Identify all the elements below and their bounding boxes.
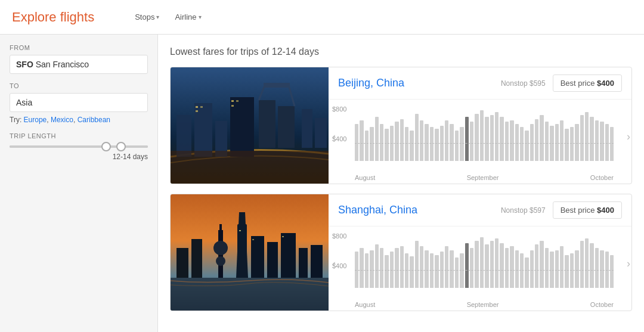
from-input[interactable]: SFO San Francisco bbox=[10, 55, 148, 74]
header-filters: Stops ▾ Airline ▾ bbox=[130, 10, 206, 24]
try-caribbean-link[interactable]: Caribbean bbox=[78, 116, 110, 124]
beijing-next-button[interactable]: › bbox=[627, 130, 630, 142]
bar bbox=[545, 248, 549, 288]
bar bbox=[515, 250, 519, 288]
svg-rect-19 bbox=[191, 239, 202, 278]
bar bbox=[610, 127, 614, 161]
bar bbox=[535, 244, 538, 288]
beijing-info: Beijing, ChinaNonstop $595Best price $40… bbox=[329, 67, 631, 184]
svg-point-21 bbox=[213, 241, 228, 255]
bar bbox=[590, 117, 593, 161]
stops-chevron-icon: ▾ bbox=[156, 14, 159, 20]
bar bbox=[540, 241, 543, 288]
beijing-x-label-0: August bbox=[355, 174, 375, 181]
beijing-y-high: $800 bbox=[332, 106, 346, 113]
bar bbox=[460, 127, 463, 161]
shanghai-city[interactable]: Shanghai, China bbox=[338, 204, 494, 216]
bar bbox=[405, 127, 408, 161]
from-code: SFO bbox=[16, 60, 36, 69]
svg-rect-5 bbox=[259, 100, 275, 148]
svg-rect-7 bbox=[302, 109, 312, 148]
svg-rect-23 bbox=[219, 224, 222, 233]
bar bbox=[370, 250, 373, 288]
bar bbox=[510, 246, 513, 288]
bar bbox=[530, 124, 534, 161]
bar bbox=[610, 255, 614, 288]
stops-filter-label: Stops bbox=[135, 13, 154, 21]
shanghai-x-label-1: September bbox=[467, 301, 499, 308]
beijing-image bbox=[171, 67, 329, 184]
bar bbox=[575, 124, 578, 161]
svg-rect-12 bbox=[231, 100, 234, 102]
svg-rect-17 bbox=[171, 278, 329, 311]
shanghai-x-labels: AugustSeptemberOctober bbox=[329, 300, 631, 311]
bar bbox=[490, 241, 494, 288]
bar bbox=[580, 115, 584, 161]
bar bbox=[595, 120, 599, 161]
flight-card-shanghai: Shanghai, ChinaNonstop $597Best price $4… bbox=[170, 194, 632, 311]
trip-length-slider[interactable] bbox=[10, 145, 148, 148]
slider-handle-right[interactable] bbox=[116, 142, 126, 151]
stops-filter-button[interactable]: Stops ▾ bbox=[130, 10, 164, 24]
bar bbox=[505, 122, 509, 161]
bar bbox=[500, 243, 503, 288]
trip-length-label: Trip length bbox=[10, 132, 148, 139]
from-city: San Francisco bbox=[36, 60, 89, 69]
shanghai-next-button[interactable]: › bbox=[627, 257, 630, 269]
flight-card-beijing: Beijing, ChinaNonstop $595Best price $40… bbox=[170, 67, 632, 184]
bar bbox=[360, 248, 363, 288]
beijing-best-price-button[interactable]: Best price $400 bbox=[553, 75, 622, 92]
bar bbox=[565, 129, 568, 161]
bar bbox=[530, 250, 534, 288]
header: Explore flights Stops ▾ Airline ▾ bbox=[0, 0, 644, 35]
svg-rect-14 bbox=[231, 105, 234, 107]
bar bbox=[475, 241, 478, 288]
to-input[interactable]: Asia bbox=[10, 93, 148, 112]
slider-handle-left[interactable] bbox=[101, 142, 111, 151]
bar bbox=[410, 131, 413, 161]
app-title: Explore flights bbox=[12, 10, 94, 25]
svg-rect-15 bbox=[171, 151, 329, 184]
bar bbox=[540, 115, 543, 161]
beijing-chart: $800$400‹› bbox=[329, 100, 631, 173]
bar bbox=[455, 131, 459, 161]
bar bbox=[375, 244, 379, 288]
bar bbox=[525, 257, 528, 288]
beijing-prev-button[interactable]: ‹ bbox=[330, 128, 338, 145]
shanghai-bars bbox=[355, 231, 614, 288]
try-mexico-link[interactable]: Mexico bbox=[51, 116, 73, 124]
bar bbox=[560, 120, 564, 161]
bar bbox=[435, 129, 438, 161]
bar bbox=[370, 127, 373, 161]
bar bbox=[450, 250, 453, 288]
bar bbox=[560, 246, 564, 288]
bar bbox=[575, 250, 578, 288]
svg-rect-32 bbox=[282, 236, 284, 237]
bar bbox=[580, 241, 584, 288]
bar bbox=[445, 246, 448, 288]
shanghai-prev-button[interactable]: ‹ bbox=[330, 255, 338, 272]
bar bbox=[385, 255, 388, 288]
from-label: From bbox=[10, 44, 148, 51]
bar bbox=[490, 115, 494, 161]
beijing-header: Beijing, ChinaNonstop $595Best price $40… bbox=[329, 67, 631, 100]
bar bbox=[395, 122, 398, 161]
try-europe-link[interactable]: Europe bbox=[24, 116, 47, 124]
to-value: Asia bbox=[16, 98, 32, 107]
airline-filter-button[interactable]: Airline ▾ bbox=[170, 10, 206, 24]
beijing-city[interactable]: Beijing, China bbox=[338, 77, 494, 89]
bar bbox=[450, 124, 453, 161]
trip-length-value: 12-14 days bbox=[10, 153, 148, 161]
bar bbox=[435, 255, 438, 288]
bar bbox=[380, 248, 383, 288]
bar bbox=[480, 237, 484, 288]
bar bbox=[410, 256, 413, 288]
bar bbox=[470, 122, 473, 161]
shanghai-best-price-button[interactable]: Best price $400 bbox=[553, 201, 622, 219]
bar bbox=[500, 117, 503, 161]
bar bbox=[465, 117, 469, 161]
svg-rect-6 bbox=[278, 106, 295, 148]
try-suggestions: Try: Europe, Mexico, Caribbean bbox=[10, 116, 148, 124]
main-layout: From SFO San Francisco To Asia Try: Euro… bbox=[0, 35, 644, 332]
svg-point-22 bbox=[216, 256, 225, 266]
